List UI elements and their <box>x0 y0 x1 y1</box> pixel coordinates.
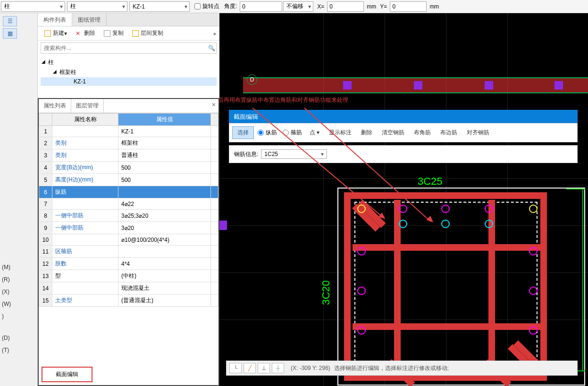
collapse-icon[interactable]: ◢ <box>53 69 57 74</box>
rebar-edge[interactable] <box>357 287 366 295</box>
property-row[interactable]: 5 高度(H边)(mm) 500 <box>39 174 218 186</box>
btn-delete[interactable]: 删除 <box>361 129 372 137</box>
tab-property-list[interactable]: 属性列表 <box>39 99 71 113</box>
delete-button[interactable]: ✕删除 <box>72 28 99 39</box>
rotation-checkbox[interactable]: 旋转点 <box>194 2 219 10</box>
property-row[interactable]: 8 一侧中部筋 3⌀25;3⌀20 <box>39 210 218 222</box>
node-handle[interactable] <box>485 81 493 90</box>
node-handle[interactable] <box>414 81 422 90</box>
rebar-edge[interactable] <box>529 247 538 255</box>
select-button[interactable]: 选择 <box>232 126 254 139</box>
snap-btn-3[interactable]: ⊥ <box>258 363 270 373</box>
list-view-icon[interactable]: ☰ <box>3 16 17 26</box>
tree-root[interactable]: ◢柱 <box>41 57 217 67</box>
property-value[interactable]: (中柱) <box>118 270 211 282</box>
rebar-edge[interactable] <box>357 247 366 255</box>
search-box[interactable]: 🔍 <box>41 42 217 54</box>
property-row[interactable]: 7 4⌀22 <box>39 198 218 210</box>
rebar-edge[interactable] <box>485 205 493 213</box>
property-value[interactable]: 3⌀20 <box>118 222 211 234</box>
property-row[interactable]: 6 纵筋 <box>39 186 218 198</box>
property-row[interactable]: 14 现浇混凝土 <box>39 282 218 295</box>
node-handle[interactable] <box>343 81 352 90</box>
stirrup-h1 <box>353 244 541 251</box>
property-value[interactable]: 现浇混凝土 <box>118 282 211 295</box>
property-value[interactable]: (普通混凝土) <box>118 295 211 307</box>
property-value[interactable]: 框架柱 <box>118 137 211 149</box>
node-handle-side[interactable] <box>219 221 227 230</box>
property-row[interactable]: 12 肢数 4*4 <box>39 258 218 270</box>
rebar-mid[interactable] <box>441 220 450 228</box>
rebar-info-bar: 钢筋信息: 1C25 <box>229 145 578 163</box>
angle-input[interactable]: 0 <box>240 1 282 12</box>
btn-clear-rebar[interactable]: 清空钢筋 <box>382 129 404 137</box>
rebar-edge[interactable] <box>529 326 538 335</box>
rebar-edge[interactable] <box>399 205 407 213</box>
snap-btn-1[interactable]: └ <box>229 363 242 373</box>
tab-layer-mgmt[interactable]: 图层管理 <box>71 99 104 113</box>
property-row[interactable]: 2 类别 框架柱 <box>39 137 218 149</box>
btn-align-rebar[interactable]: 对齐钢筋 <box>467 129 489 137</box>
radio-longitudinal[interactable]: 纵筋 <box>258 129 277 137</box>
tree-leaf-selected[interactable]: KZ-1 <box>41 77 217 86</box>
collapse-icon[interactable]: ◢ <box>42 59 45 64</box>
label-x: (X) <box>2 286 35 298</box>
tree-child[interactable]: ◢框架柱 <box>41 67 217 77</box>
top-toolbar: 柱 柱 KZ-1 旋转点 角度: 0 不偏移 X= 0 mm Y= 0 mm <box>0 0 588 13</box>
property-name: 纵筋 <box>52 186 118 198</box>
property-value[interactable]: ⌀10@100/200(4*4) <box>118 234 211 246</box>
property-value[interactable]: 500 <box>118 162 211 174</box>
property-name: 肢数 <box>52 258 118 270</box>
node-handle[interactable] <box>554 81 563 90</box>
row-num: 10 <box>39 234 52 246</box>
close-icon[interactable]: × <box>212 101 216 108</box>
property-row[interactable]: 11 区箍筋 <box>39 246 218 258</box>
layer-copy-button[interactable]: 层间复制 <box>128 28 167 39</box>
x-input[interactable]: 0 <box>327 1 364 12</box>
component-dropdown[interactable]: KZ-1 <box>129 1 190 12</box>
property-row[interactable]: 9 一侧中部筋 3⌀20 <box>39 222 218 234</box>
rebar-corner[interactable] <box>357 205 366 213</box>
rebar-edge[interactable] <box>529 287 538 295</box>
property-value[interactable]: 普通柱 <box>118 149 211 162</box>
btn-corner-bar[interactable]: 布角筋 <box>414 129 431 137</box>
section-edit-button[interactable]: 截面编辑 <box>42 367 92 382</box>
property-value[interactable] <box>118 186 211 198</box>
property-row[interactable]: 4 宽度(B边)(mm) 500 <box>39 162 218 174</box>
rebar-corner[interactable] <box>529 205 538 213</box>
rebar-edge[interactable] <box>441 205 450 213</box>
tab-component-list[interactable]: 构件列表 <box>38 13 72 26</box>
category-dropdown-2[interactable]: 柱 <box>67 1 127 12</box>
drawing-canvas[interactable]: D 可以在此点截面编辑，然后再用布置纵筋中布置边角筋和对齐钢筋功能来处理即可。 … <box>219 13 588 386</box>
y-input[interactable]: 0 <box>390 1 427 12</box>
property-row[interactable]: 10 ⌀10@100/200(4*4) <box>39 234 218 246</box>
grid-view-icon[interactable]: ▦ <box>3 28 17 39</box>
tab-drawing-mgmt[interactable]: 图纸管理 <box>72 13 107 26</box>
btn-edge-bar[interactable]: 布边筋 <box>440 129 457 137</box>
copy-button[interactable]: 复制 <box>100 28 127 39</box>
overflow-icon[interactable]: ▸ <box>214 30 217 37</box>
snap-btn-4[interactable]: ┼ <box>272 363 284 373</box>
search-icon[interactable]: 🔍 <box>207 45 216 51</box>
property-value[interactable]: 500 <box>118 174 211 186</box>
property-value[interactable]: 4*4 <box>118 258 211 270</box>
search-input[interactable] <box>41 45 207 51</box>
rebar-mid[interactable] <box>485 220 493 228</box>
property-row[interactable]: 3 类别 普通柱 <box>39 149 218 162</box>
btn-point[interactable]: 点 ▾ <box>310 129 319 137</box>
rebar-edge[interactable] <box>357 326 366 335</box>
property-row[interactable]: 1 KZ-1 <box>39 126 218 137</box>
property-row[interactable]: 15 土类型 (普通混凝土) <box>39 295 218 307</box>
property-value[interactable]: KZ-1 <box>118 126 211 137</box>
rebar-info-dropdown[interactable]: 1C25 <box>261 149 327 159</box>
rebar-mid[interactable] <box>399 220 407 228</box>
offset-dropdown[interactable]: 不偏移 <box>283 1 313 12</box>
property-value[interactable]: 3⌀25;3⌀20 <box>118 210 211 222</box>
property-value[interactable] <box>118 246 211 258</box>
category-dropdown-1[interactable]: 柱 <box>1 1 65 12</box>
property-value[interactable]: 4⌀22 <box>118 198 211 210</box>
snap-btn-2[interactable]: ╱ <box>244 363 256 373</box>
property-name <box>52 282 118 295</box>
property-row[interactable]: 13 型 (中柱) <box>39 270 218 282</box>
new-button[interactable]: 新建 ▾ <box>41 28 71 39</box>
